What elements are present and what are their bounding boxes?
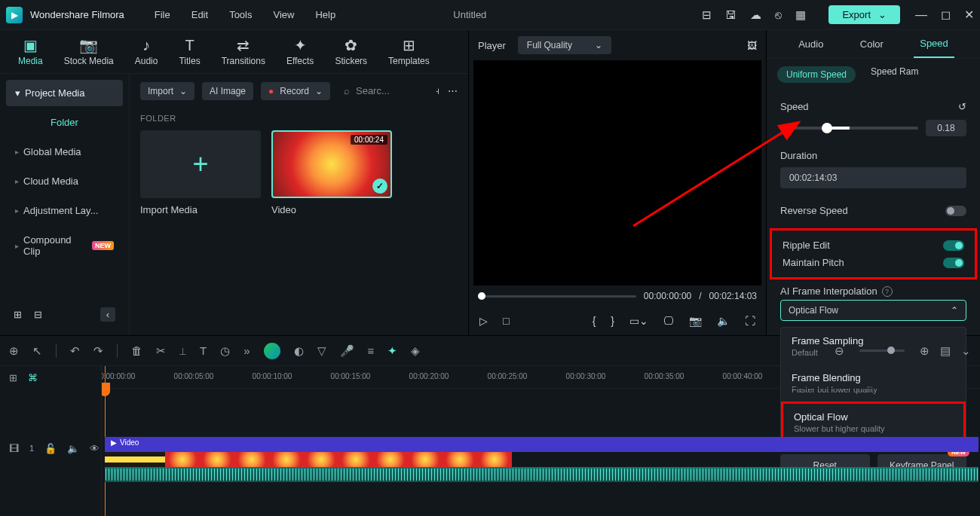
ai-image-button[interactable]: AI Image <box>202 82 253 100</box>
tab-audio[interactable]: ♪Audio <box>124 38 169 66</box>
tl-speed-icon[interactable]: ◷ <box>220 344 230 358</box>
track-visible-icon[interactable]: 👁 <box>90 443 100 454</box>
fullscreen-icon[interactable]: ⛶ <box>745 315 755 327</box>
stop-icon[interactable]: □ <box>503 315 509 327</box>
tab-stickers[interactable]: ✿Stickers <box>324 38 378 66</box>
sidebar-project-media[interactable]: ▾Project Media <box>6 80 123 106</box>
tab-media[interactable]: ▣Media <box>8 38 54 66</box>
preview-scrubber[interactable] <box>478 295 636 298</box>
timeline-toolbar: ⊕ ↖ ↶ ↷ 🗑 ✂ ⟂ T ◷ » ◐ ▽ 🎤 ≡ ✦ ◈ ⊖ ⊕ ▤ ⌄ <box>0 336 980 366</box>
sidebar-folder[interactable]: Folder <box>6 109 123 136</box>
tl-zoom-slider[interactable] <box>859 350 905 352</box>
tl-text-icon[interactable]: T <box>200 344 207 357</box>
import-button[interactable]: Import⌄ <box>140 82 194 100</box>
mark-out-icon[interactable]: } <box>611 315 614 327</box>
play-icon[interactable]: ▷ <box>479 315 488 327</box>
tl-cursor-icon[interactable]: ↖ <box>32 344 42 358</box>
timeline-tracks[interactable]: 00:00:00:00 00:00:05:00 00:00:10:00 00:0… <box>102 366 980 516</box>
preview-canvas[interactable] <box>473 60 761 285</box>
camera-icon[interactable]: 📷 <box>689 315 702 327</box>
tab-stock-media[interactable]: 📷Stock Media <box>54 38 124 66</box>
audio-waveform[interactable] <box>105 467 978 482</box>
tl-undo-icon[interactable]: ↶ <box>70 344 80 358</box>
tab-titles[interactable]: TTitles <box>168 38 210 66</box>
close-icon[interactable]: ✕ <box>964 8 974 22</box>
tl-zoom-in-icon[interactable]: ⊕ <box>920 344 929 358</box>
search-input[interactable]: ⌕Searc... <box>338 81 427 100</box>
menu-file[interactable]: File <box>155 9 170 20</box>
track-lock-icon[interactable]: 🔓 <box>44 443 57 454</box>
reset-speed-icon[interactable]: ↺ <box>958 101 966 112</box>
new-folder-icon[interactable]: ⊞ <box>14 309 22 320</box>
reverse-speed-toggle[interactable] <box>945 206 966 216</box>
prop-tab-speed[interactable]: Speed <box>914 30 954 58</box>
chevron-right-icon: ▸ <box>15 148 19 156</box>
headset-icon[interactable]: ⎋ <box>775 8 782 21</box>
sidebar-adjustment-layer[interactable]: ▸Adjustment Lay... <box>6 197 123 224</box>
grid-icon[interactable]: ▦ <box>795 8 806 22</box>
tl-link-icon[interactable]: ⌘ <box>28 372 38 383</box>
sidebar-cloud-media[interactable]: ▸Cloud Media <box>6 168 123 194</box>
tl-keyframe-icon[interactable]: ◈ <box>411 344 420 358</box>
prop-tab-audio[interactable]: Audio <box>792 31 829 57</box>
help-icon[interactable]: ? <box>882 286 893 297</box>
tl-shield-icon[interactable]: ▽ <box>317 344 326 358</box>
mark-in-icon[interactable]: { <box>593 315 596 327</box>
sidebar-compound-clip[interactable]: ▸Compound ClipNEW <box>6 227 123 264</box>
volume-icon[interactable]: 🔈 <box>717 315 730 327</box>
interpolation-dropdown[interactable]: Optical Flow ⌃ <box>780 300 966 321</box>
filter-icon[interactable]: ⫞ <box>435 85 440 96</box>
tl-view-icon[interactable]: ▤ <box>940 344 951 358</box>
screen-icon[interactable]: ⊟ <box>702 8 712 22</box>
quality-select[interactable]: Full Quality⌄ <box>518 36 611 54</box>
sidebar-global-media[interactable]: ▸Global Media <box>6 139 123 165</box>
maximize-icon[interactable]: ◻ <box>941 8 951 22</box>
save-icon[interactable]: 🖫 <box>725 8 737 21</box>
import-media-drop[interactable]: + <box>140 130 261 198</box>
tl-crop-icon[interactable]: ⟂ <box>179 344 186 357</box>
tl-marker-icon[interactable]: ✦ <box>387 344 397 358</box>
tl-cut-icon[interactable]: ✂ <box>156 344 166 358</box>
track-film-icon[interactable]: 🎞 <box>9 443 19 454</box>
tl-view-dropdown-icon[interactable]: ⌄ <box>961 344 971 358</box>
tl-mic-icon[interactable]: 🎤 <box>340 344 354 358</box>
tl-zoom-out-icon[interactable]: ⊖ <box>835 344 844 358</box>
media-clip-video[interactable]: 00:00:24 ✓ <box>271 130 392 198</box>
aspect-icon[interactable]: ▭⌄ <box>629 315 648 327</box>
chevron-down-icon: ▾ <box>15 87 20 99</box>
tl-tracks-icon[interactable]: ⊞ <box>9 372 17 383</box>
tl-ai-icon[interactable] <box>264 343 280 359</box>
speed-value[interactable]: 0.18 <box>926 120 966 136</box>
tl-add-icon[interactable]: ⊕ <box>9 344 19 358</box>
ripple-edit-toggle[interactable] <box>943 240 964 251</box>
chevron-right-icon: ▸ <box>15 206 19 215</box>
tl-delete-icon[interactable]: 🗑 <box>131 344 142 357</box>
prop-tab-color[interactable]: Color <box>854 31 890 57</box>
record-button[interactable]: ●Record⌄ <box>261 82 330 100</box>
menu-edit[interactable]: Edit <box>191 9 208 20</box>
tl-redo-icon[interactable]: ↷ <box>93 344 103 358</box>
maintain-pitch-toggle[interactable] <box>943 258 964 268</box>
collapse-sidebar-button[interactable]: ‹ <box>100 307 115 322</box>
video-track-1[interactable]: ▶Video <box>102 437 980 482</box>
snapshot-icon[interactable]: 🖼 <box>747 40 757 51</box>
tl-audio-icon[interactable]: ≡ <box>368 344 375 357</box>
more-icon[interactable]: ⋯ <box>448 85 458 96</box>
duration-input[interactable]: 00:02:14:03 <box>780 167 966 188</box>
tl-color-icon[interactable]: ◐ <box>294 344 304 358</box>
speed-slider[interactable] <box>780 127 918 130</box>
subtab-speed-ramp[interactable]: Speed Ram <box>871 66 918 83</box>
tl-more-icon[interactable]: » <box>243 344 250 357</box>
new-bin-icon[interactable]: ⊟ <box>34 309 42 320</box>
timeline-ruler[interactable]: 00:00:00:00 00:00:05:00 00:00:10:00 00:0… <box>102 366 980 389</box>
tab-transitions[interactable]: ⇄Transitions <box>211 38 276 66</box>
track-mute-icon[interactable]: 🔈 <box>67 443 79 454</box>
cloud-icon[interactable]: ☁ <box>750 8 761 22</box>
tab-effects[interactable]: ✦Effects <box>276 38 324 66</box>
display-icon[interactable]: 🖵 <box>663 315 674 327</box>
video-clip[interactable]: ▶Video <box>105 437 978 452</box>
tab-templates[interactable]: ⊞Templates <box>378 38 440 66</box>
export-button[interactable]: Export ⌄ <box>828 5 900 24</box>
subtab-uniform-speed[interactable]: Uniform Speed <box>777 66 856 83</box>
minimize-icon[interactable]: — <box>915 8 927 22</box>
